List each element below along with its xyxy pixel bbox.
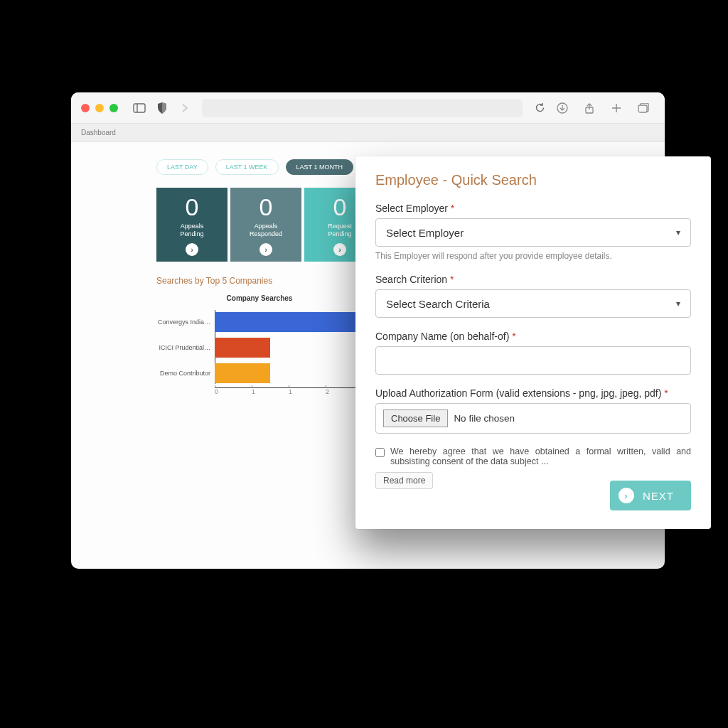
timerange-last-week[interactable]: LAST 1 WEEK bbox=[215, 159, 279, 175]
toolbar-right-icons bbox=[551, 98, 655, 118]
chart-category: Convergys India… bbox=[156, 318, 215, 326]
new-tab-icon[interactable] bbox=[606, 98, 626, 118]
company-searches-chart: Company Searches Convergys India… ICICI … bbox=[156, 294, 363, 395]
tab-strip: Dashboard bbox=[71, 124, 665, 142]
chart-x-ticks: 0 1 1 2 bbox=[215, 388, 363, 395]
chevron-down-icon: ▾ bbox=[676, 228, 680, 237]
read-more-button[interactable]: Read more bbox=[375, 472, 433, 489]
chart-bar-row: Demo Contributor bbox=[156, 360, 363, 386]
next-button[interactable]: › NEXT bbox=[610, 481, 691, 510]
back-forward-icon[interactable] bbox=[175, 98, 195, 118]
required-mark: * bbox=[512, 331, 515, 342]
traffic-lights bbox=[81, 104, 118, 112]
stat-label: Appeals Responded bbox=[250, 223, 282, 238]
shield-icon[interactable] bbox=[152, 98, 172, 118]
close-window-button[interactable] bbox=[81, 104, 90, 112]
select-employer-hint: This Employer will respond after you pro… bbox=[375, 251, 691, 261]
select-employer-dropdown[interactable]: Select Employer ▾ bbox=[375, 218, 691, 247]
address-bar[interactable] bbox=[202, 99, 523, 117]
chart-bar-row: Convergys India… bbox=[156, 309, 363, 335]
consent-checkbox[interactable] bbox=[375, 448, 385, 457]
chart-bar bbox=[215, 312, 363, 332]
chevron-right-icon[interactable]: › bbox=[259, 243, 272, 256]
required-mark: * bbox=[451, 203, 454, 214]
consent-row: We hereby agree that we have obtained a … bbox=[375, 446, 691, 466]
reload-icon[interactable] bbox=[530, 98, 550, 118]
label-text: Upload Authorization Form (valid extensi… bbox=[375, 387, 661, 399]
field-search-criterion: Search Criterion * Select Search Criteri… bbox=[375, 274, 691, 318]
required-mark: * bbox=[450, 274, 454, 285]
browser-toolbar bbox=[71, 92, 665, 124]
next-button-label: NEXT bbox=[643, 490, 674, 502]
file-status: No file chosen bbox=[454, 413, 515, 424]
file-upload-box: Choose File No file chosen bbox=[375, 403, 691, 434]
sidebar-toggle-icon[interactable] bbox=[129, 98, 149, 118]
svg-rect-8 bbox=[638, 105, 647, 112]
search-criterion-label: Search Criterion * bbox=[375, 274, 691, 285]
tab-title[interactable]: Dashboard bbox=[81, 129, 116, 136]
required-mark: * bbox=[664, 387, 668, 399]
timerange-last-day[interactable]: LAST DAY bbox=[156, 159, 208, 175]
chevron-down-icon: ▾ bbox=[676, 299, 680, 309]
company-name-label: Company Name (on behalf-of) * bbox=[375, 331, 691, 342]
choose-file-button[interactable]: Choose File bbox=[383, 410, 448, 427]
chart-tick: 1 bbox=[252, 388, 289, 395]
chart-tick: 0 bbox=[215, 388, 252, 395]
stat-appeals-pending[interactable]: 0 Appeals Pending › bbox=[156, 188, 228, 262]
label-text: Company Name (on behalf-of) bbox=[375, 331, 509, 342]
select-employer-value: Select Employer bbox=[386, 227, 464, 239]
label-text: Search Criterion bbox=[375, 274, 447, 285]
select-employer-label: Select Employer * bbox=[375, 203, 691, 214]
stat-value: 0 bbox=[259, 193, 273, 221]
share-icon[interactable] bbox=[579, 98, 599, 118]
upload-authorization-label: Upload Authorization Form (valid extensi… bbox=[375, 387, 691, 399]
chart-bar bbox=[215, 338, 270, 358]
field-select-employer: Select Employer * Select Employer ▾ This… bbox=[375, 203, 691, 261]
tabs-overview-icon[interactable] bbox=[633, 98, 653, 118]
quick-search-panel: Employee - Quick Search Select Employer … bbox=[355, 156, 711, 529]
field-company-name: Company Name (on behalf-of) * bbox=[375, 331, 691, 375]
stat-value: 0 bbox=[333, 193, 347, 221]
company-name-input[interactable] bbox=[375, 346, 691, 375]
chart-category: Demo Contributor bbox=[156, 370, 215, 377]
maximize-window-button[interactable] bbox=[109, 104, 118, 112]
search-criterion-value: Select Search Criteria bbox=[386, 298, 490, 310]
stat-value: 0 bbox=[186, 193, 199, 221]
stat-label: Request Pending bbox=[328, 223, 352, 238]
chart-bar-row: ICICI Prudential… bbox=[156, 335, 363, 360]
label-text: Select Employer bbox=[375, 203, 448, 214]
stat-appeals-responded[interactable]: 0 Appeals Responded › bbox=[230, 188, 301, 262]
search-criterion-dropdown[interactable]: Select Search Criteria ▾ bbox=[375, 289, 691, 318]
consent-text: We hereby agree that we have obtained a … bbox=[390, 446, 691, 466]
stat-label: Appeals Pending bbox=[180, 223, 203, 238]
chart-bar bbox=[215, 363, 270, 383]
minimize-window-button[interactable] bbox=[95, 104, 104, 112]
field-upload-authorization: Upload Authorization Form (valid extensi… bbox=[375, 387, 691, 434]
svg-rect-0 bbox=[134, 104, 145, 112]
chevron-right-icon: › bbox=[619, 488, 634, 503]
chevron-right-icon[interactable]: › bbox=[186, 243, 198, 256]
chevron-right-icon[interactable]: › bbox=[333, 243, 346, 256]
timerange-last-month[interactable]: LAST 1 MONTH bbox=[286, 159, 353, 175]
chart-category: ICICI Prudential… bbox=[156, 344, 215, 351]
download-icon[interactable] bbox=[552, 98, 572, 118]
chart-title: Company Searches bbox=[156, 294, 363, 302]
chart-tick: 1 bbox=[289, 388, 326, 395]
panel-title: Employee - Quick Search bbox=[375, 172, 691, 188]
